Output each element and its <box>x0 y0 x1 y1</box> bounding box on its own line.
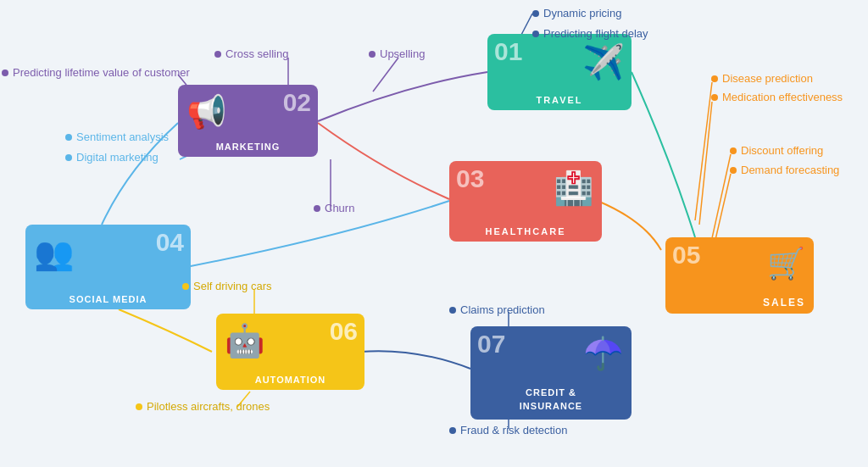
label-medication: Medication effectiveness <box>711 91 843 103</box>
automation-label: AUTOMATION <box>255 375 326 385</box>
category-travel: 01 ✈️ TRAVEL <box>487 34 632 110</box>
upselling-text: Upselling <box>380 47 425 60</box>
label-predicting-lifetime: Predicting lifetime value of customer <box>2 66 190 79</box>
category-social: 04 👥 SOCIAL MEDIA <box>25 225 191 309</box>
category-healthcare: 03 🏥 HEALTHCARE <box>449 161 602 242</box>
digital-marketing-text: Digital marketing <box>76 151 159 164</box>
category-marketing: 02 📢 MARKETING <box>178 85 318 157</box>
sentiment-dot <box>65 134 72 141</box>
disease-prediction-dot <box>711 75 718 82</box>
sales-label: SALES <box>763 297 805 309</box>
predicting-flight-text: Predicting flight delay <box>543 27 648 40</box>
medication-dot <box>711 94 718 101</box>
pilotless-dot <box>136 403 142 410</box>
predicting-flight-dot <box>532 31 539 37</box>
disease-prediction-text: Disease prediction <box>722 72 813 85</box>
label-demand-forecasting: Demand forecasting <box>730 164 839 176</box>
svg-line-10 <box>710 154 731 246</box>
label-discount-offering: Discount offering <box>730 144 823 157</box>
label-sentiment-analysis: Sentiment analysis <box>65 131 169 143</box>
svg-line-3 <box>373 58 398 92</box>
label-churn: Churn <box>314 202 354 214</box>
svg-line-6 <box>699 102 712 225</box>
dynamic-pricing-text: Dynamic pricing <box>543 7 621 19</box>
dynamic-pricing-dot <box>532 10 539 17</box>
marketing-number: 02 <box>283 88 311 117</box>
social-label: SOCIAL MEDIA <box>70 294 147 304</box>
label-self-driving: Self driving cars <box>182 280 271 292</box>
category-automation: 06 🤖 AUTOMATION <box>216 314 364 390</box>
fraud-dot <box>449 427 456 434</box>
pilotless-text: Pilotless aircrafts, drones <box>147 400 270 413</box>
automation-number: 06 <box>330 317 358 346</box>
label-disease-prediction: Disease prediction <box>711 72 813 85</box>
credit-label: CREDIT &INSURANCE <box>520 386 582 413</box>
discount-text: Discount offering <box>741 144 823 157</box>
svg-line-5 <box>695 82 712 220</box>
demand-dot <box>730 167 737 174</box>
credit-number: 07 <box>477 330 505 359</box>
social-number: 04 <box>156 228 184 257</box>
sentiment-text: Sentiment analysis <box>76 131 169 143</box>
predicting-lifetime-dot <box>2 69 8 76</box>
label-pilotless: Pilotless aircrafts, drones <box>136 400 270 413</box>
upselling-dot <box>369 51 376 58</box>
claims-text: Claims prediction <box>460 303 545 316</box>
discount-dot <box>730 147 737 154</box>
travel-number: 01 <box>494 37 522 66</box>
marketing-label: MARKETING <box>216 142 281 152</box>
claims-dot <box>449 307 456 314</box>
predicting-lifetime-text: Predicting lifetime value of customer <box>13 66 190 79</box>
category-sales: 05 🛒 SALES <box>665 237 814 314</box>
label-upselling: Upselling <box>369 47 425 60</box>
demand-text: Demand forecasting <box>741 164 839 176</box>
label-fraud-risk: Fraud & risk detection <box>449 424 567 436</box>
label-digital-marketing: Digital marketing <box>65 151 159 164</box>
self-driving-text: Self driving cars <box>193 280 271 292</box>
category-credit: 07 ☂️ CREDIT &INSURANCE <box>470 326 632 420</box>
churn-dot <box>314 205 320 212</box>
self-driving-dot <box>182 283 189 290</box>
medication-text: Medication effectiveness <box>722 91 843 103</box>
travel-label: TRAVEL <box>536 95 582 105</box>
label-cross-selling: Cross selling <box>214 47 288 60</box>
healthcare-label: HEALTHCARE <box>486 226 566 236</box>
label-dynamic-pricing: Dynamic pricing <box>532 7 621 19</box>
digital-marketing-dot <box>65 154 72 161</box>
healthcare-number: 03 <box>456 164 484 193</box>
sales-number: 05 <box>672 241 700 270</box>
churn-text: Churn <box>325 202 354 214</box>
fraud-text: Fraud & risk detection <box>460 424 567 436</box>
cross-selling-text: Cross selling <box>225 47 288 60</box>
cross-selling-dot <box>214 51 221 58</box>
label-predicting-flight: Predicting flight delay <box>532 27 648 40</box>
label-claims-prediction: Claims prediction <box>449 303 545 316</box>
